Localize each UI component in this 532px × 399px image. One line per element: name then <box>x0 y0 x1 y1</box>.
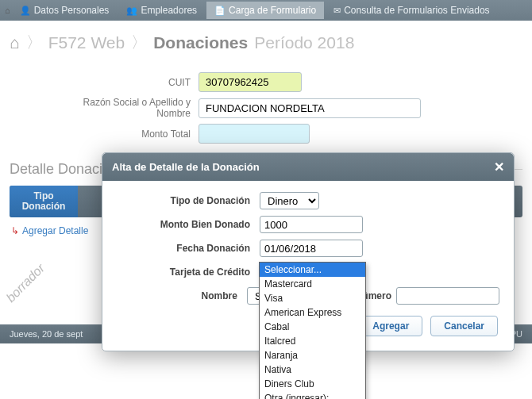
modal-titlebar: Alta de Detalle de la Donación ✕ <box>102 153 514 181</box>
breadcrumb-app[interactable]: F572 Web <box>48 33 125 52</box>
cuit-label: CUIT <box>48 77 199 88</box>
agregar-button[interactable]: Agregar <box>359 316 422 336</box>
add-detail-label: Agregar Detalle <box>22 225 88 236</box>
nombre-option[interactable]: Italcred <box>260 334 365 348</box>
people-icon: 👥 <box>126 6 137 16</box>
nombre-option[interactable]: Otra (ingresar): <box>260 391 365 399</box>
monto-bien-input[interactable] <box>260 216 363 233</box>
breadcrumb: ⌂ 〉 F572 Web 〉 Donaciones Período 2018 <box>0 21 532 67</box>
razon-label: Razón Social o Apellido y Nombre <box>48 97 199 119</box>
razon-field[interactable] <box>199 98 421 118</box>
user-icon: 👤 <box>20 6 31 16</box>
document-icon: 📄 <box>214 6 226 16</box>
draft-watermark: borrador <box>3 261 47 305</box>
home-icon[interactable]: ⌂ <box>10 33 20 52</box>
nav-tab-consulta[interactable]: ✉ Consulta de Formularios Enviados <box>326 2 497 19</box>
monto-bien-label: Monto Bien Donado <box>117 219 260 230</box>
mtotal-field[interactable] <box>199 124 310 144</box>
close-icon[interactable]: ✕ <box>494 159 504 175</box>
cuit-field[interactable] <box>199 72 302 92</box>
nav-tab-label: Carga de Formulario <box>229 5 316 16</box>
breadcrumb-period: Período 2018 <box>254 33 354 52</box>
nombre-option[interactable]: American Express <box>260 305 365 320</box>
nombre-option[interactable]: Seleccionar... <box>260 263 365 277</box>
cancelar-button[interactable]: Cancelar <box>430 316 498 336</box>
nav-tab-label: Consulta de Formularios Enviados <box>344 5 489 16</box>
tabbar-tipo-label: Tipo Donación <box>13 191 75 212</box>
nombre-option[interactable]: Cabal <box>260 320 365 334</box>
tarjeta-credito-label: Tarjeta de Crédito <box>117 267 260 278</box>
nav-tab-carga-formulario[interactable]: 📄 Carga de Formulario <box>206 2 324 19</box>
tabbar-tipo-donacion[interactable]: Tipo Donación <box>10 186 78 217</box>
tipo-donacion-label: Tipo de Donación <box>117 195 260 206</box>
mtotal-label: Monto Total <box>48 129 199 140</box>
top-nav: ⌂ 👤 Datos Personales 👥 Empleadores 📄 Car… <box>0 0 532 21</box>
donation-form: CUIT Razón Social o Apellido y Nombre Mo… <box>0 67 532 156</box>
nav-tab-datos-personales[interactable]: 👤 Datos Personales <box>12 2 118 19</box>
nombre-option[interactable]: Visa <box>260 291 365 305</box>
tipo-donacion-select[interactable]: Dinero <box>260 192 319 209</box>
breadcrumb-sep: 〉 <box>26 32 42 53</box>
nombre-dropdown-list[interactable]: Seleccionar...MastercardVisaAmerican Exp… <box>259 262 366 399</box>
section-title: Detalle Donaci <box>10 161 102 178</box>
nombre-label: Nombre <box>117 290 247 301</box>
breadcrumb-page: Donaciones <box>153 33 248 52</box>
nav-tab-label: Empleadores <box>141 5 197 16</box>
mail-icon: ✉ <box>333 6 341 16</box>
breadcrumb-sep: 〉 <box>131 32 147 53</box>
nombre-option[interactable]: Naranja <box>260 348 365 363</box>
footer-date: Jueves, 20 de sept <box>10 329 83 339</box>
nav-tab-empleadores[interactable]: 👥 Empleadores <box>118 2 205 19</box>
fecha-donacion-input[interactable] <box>260 240 363 257</box>
home-icon: ⌂ <box>5 6 10 15</box>
fecha-donacion-label: Fecha Donación <box>117 243 260 254</box>
arrow-right-icon: ↳ <box>11 225 19 236</box>
nav-tab-label: Datos Personales <box>34 5 110 16</box>
nombre-option[interactable]: Diners Club <box>260 377 365 391</box>
nombre-option[interactable]: Nativa <box>260 363 365 377</box>
numero-input[interactable] <box>396 287 499 305</box>
modal-title-text: Alta de Detalle de la Donación <box>112 161 260 173</box>
nombre-option[interactable]: Mastercard <box>260 277 365 291</box>
